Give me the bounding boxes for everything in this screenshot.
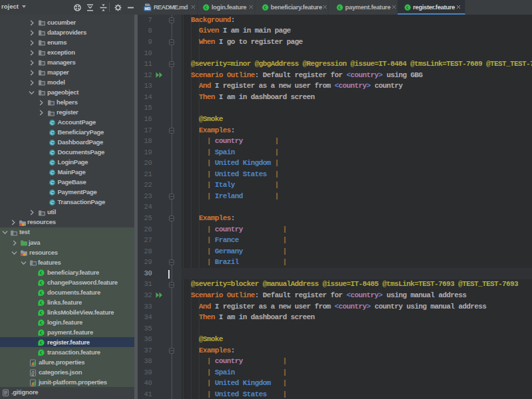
svg-text:MD: MD	[145, 7, 151, 11]
svg-text:C: C	[51, 150, 55, 156]
svg-text:C: C	[51, 160, 55, 166]
svg-text:C: C	[51, 120, 55, 126]
svg-text:C: C	[51, 140, 55, 146]
svg-text:C: C	[51, 190, 55, 196]
svg-text:C: C	[51, 130, 55, 136]
svg-text:C: C	[51, 200, 55, 205]
svg-text:C: C	[51, 180, 55, 186]
svg-text:C: C	[51, 170, 55, 176]
